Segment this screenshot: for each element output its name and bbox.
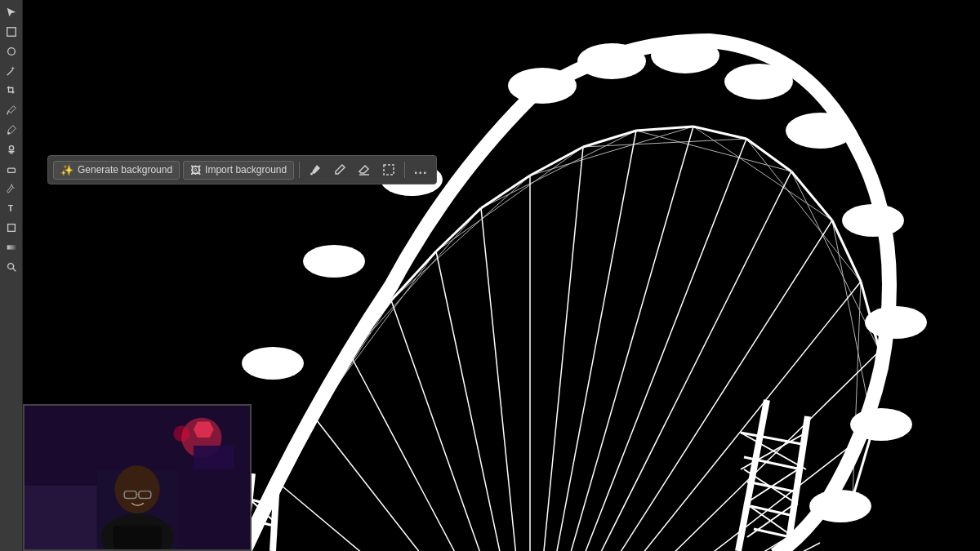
tool-stamp[interactable] <box>2 140 20 158</box>
svg-point-63 <box>809 490 871 522</box>
svg-rect-99 <box>384 165 394 175</box>
svg-point-54 <box>651 38 719 73</box>
import-bg-label: Import background <box>205 164 287 176</box>
svg-point-60 <box>842 204 904 237</box>
more-options-button[interactable]: ... <box>410 159 431 180</box>
svg-rect-8 <box>8 151 14 153</box>
svg-point-61 <box>865 306 927 339</box>
toolbar-divider-2 <box>404 162 405 178</box>
tool-lasso[interactable] <box>2 42 20 60</box>
generate-icon: ✨ <box>60 164 74 176</box>
tool-arrow[interactable] <box>2 3 20 21</box>
import-background-button[interactable]: 🖼 Import background <box>183 161 294 180</box>
svg-rect-13 <box>7 245 16 249</box>
tool-eraser[interactable] <box>2 160 20 178</box>
svg-line-65 <box>273 482 277 551</box>
svg-point-103 <box>173 425 189 442</box>
svg-rect-9 <box>10 153 13 154</box>
canvas-toolbar: ✨ Generate background 🖼 Import backgroun… <box>47 155 437 184</box>
tool-crop[interactable] <box>2 82 20 100</box>
svg-line-5 <box>7 111 8 114</box>
svg-point-56 <box>786 113 854 149</box>
svg-rect-104 <box>194 446 234 469</box>
svg-rect-10 <box>7 168 15 172</box>
left-toolbar: T <box>0 0 23 551</box>
svg-point-1 <box>7 48 15 56</box>
svg-point-58 <box>303 245 365 278</box>
tool-gradient[interactable] <box>2 238 20 256</box>
tool-select[interactable] <box>2 23 20 41</box>
svg-point-97 <box>310 173 313 176</box>
tool-brush[interactable] <box>2 121 20 139</box>
select-tool-button[interactable] <box>378 159 399 180</box>
webcam-content <box>24 406 250 549</box>
svg-text:T: T <box>7 203 13 213</box>
svg-point-62 <box>850 408 912 441</box>
svg-line-15 <box>12 269 16 272</box>
svg-rect-105 <box>24 486 97 549</box>
svg-line-2 <box>7 69 12 75</box>
svg-rect-12 <box>7 224 15 232</box>
svg-point-14 <box>7 264 13 269</box>
brush-tool-button[interactable] <box>305 159 326 180</box>
tool-type[interactable]: T <box>2 199 20 217</box>
tool-zoom[interactable] <box>2 258 20 276</box>
tool-magic-wand[interactable] <box>2 62 20 80</box>
erase-tool-button[interactable] <box>354 159 375 180</box>
more-icon: ... <box>414 162 427 177</box>
svg-marker-102 <box>194 422 214 438</box>
svg-point-55 <box>724 64 793 100</box>
tool-pen[interactable] <box>2 180 20 198</box>
svg-point-53 <box>577 43 646 79</box>
svg-point-59 <box>242 347 304 380</box>
toolbar-divider-1 <box>299 162 300 178</box>
svg-point-7 <box>9 146 13 150</box>
generate-background-button[interactable]: ✨ Generate background <box>53 161 180 180</box>
svg-point-52 <box>508 68 577 104</box>
pencil-tool-button[interactable] <box>329 159 350 180</box>
main-canvas-area: ✨ Generate background 🖼 Import backgroun… <box>23 0 980 551</box>
webcam-overlay <box>23 404 252 551</box>
svg-rect-112 <box>113 526 161 549</box>
svg-point-107 <box>114 465 159 513</box>
import-icon: 🖼 <box>190 164 201 176</box>
tool-eyedropper[interactable] <box>2 101 20 119</box>
tool-shape[interactable] <box>2 219 20 237</box>
generate-bg-label: Generate background <box>78 164 172 176</box>
svg-point-6 <box>7 132 10 135</box>
svg-rect-0 <box>7 28 16 37</box>
